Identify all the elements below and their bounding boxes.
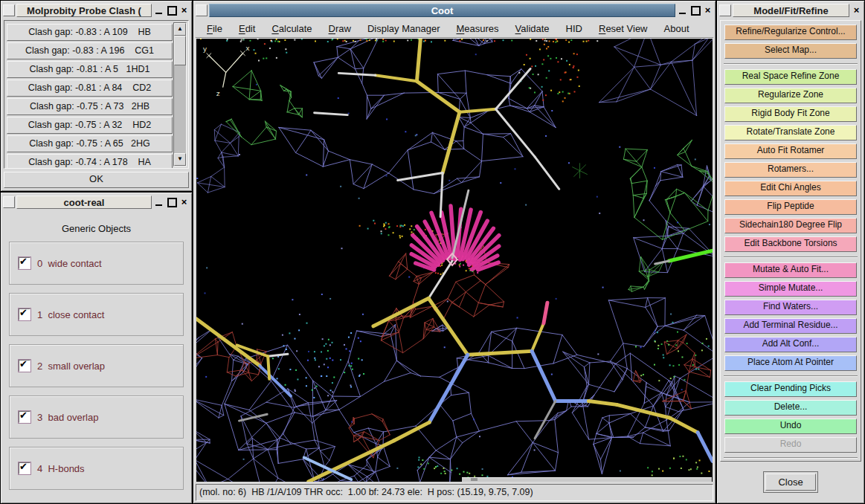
menu-edit[interactable]: Edit bbox=[231, 23, 263, 34]
check-icon: ✔ bbox=[19, 358, 28, 369]
undo-button[interactable]: Undo bbox=[724, 419, 857, 434]
close-button[interactable]: Close bbox=[765, 474, 815, 491]
real-space-refine-zone-button[interactable]: Real Space Refine Zone bbox=[724, 69, 857, 85]
check-icon: ✔ bbox=[19, 256, 28, 267]
close-contact-checkbox[interactable]: ✔ bbox=[19, 308, 30, 320]
maximize-icon[interactable] bbox=[166, 4, 177, 16]
rotate-translate-zone-button[interactable]: Rotate/Translate Zone bbox=[724, 125, 857, 140]
minimize-icon[interactable] bbox=[153, 4, 164, 16]
molecular-viewport-scene: yxz bbox=[196, 39, 713, 482]
bad-overlap-checkbox[interactable]: ✔ bbox=[19, 411, 30, 423]
h-bonds-checkbox[interactable]: ✔ bbox=[19, 462, 30, 474]
refine-regularize-control-button[interactable]: Refine/Regularize Control... bbox=[724, 25, 857, 40]
edit-backbone-torsions-button[interactable]: Edit Backbone Torsions bbox=[724, 236, 857, 252]
molecular-viewport[interactable]: yxz bbox=[196, 39, 713, 482]
menu-display-manager[interactable]: Display Manager bbox=[359, 23, 448, 34]
window-menu-icon[interactable] bbox=[3, 196, 15, 208]
molprobity-titlebar: Molprobity Probe Clash ( × bbox=[3, 3, 190, 18]
clash-list-item[interactable]: Clash gap: -0.81 : A 84 CD2 bbox=[7, 80, 173, 97]
maximize-icon[interactable] bbox=[166, 196, 177, 208]
add-terminal-residue-button[interactable]: Add Terminal Residue... bbox=[724, 318, 857, 334]
scroll-down-icon[interactable]: ▼ bbox=[174, 153, 186, 166]
generic-object-label: 2 small overlap bbox=[37, 361, 105, 372]
generic-object-label: 0 wide contact bbox=[37, 258, 102, 269]
window-menu-icon[interactable] bbox=[3, 4, 15, 16]
clash-list-item[interactable]: Clash gap: -0.75 : A 65 2HG bbox=[7, 135, 173, 152]
menu-measures[interactable]: Measures bbox=[448, 23, 507, 34]
sidechain-180-flip-button[interactable]: Sidechain180 Degree Flip bbox=[724, 218, 857, 233]
molprobity-window-title: Molprobity Probe Clash ( bbox=[16, 4, 152, 17]
generic-object-label: 1 close contact bbox=[37, 309, 104, 320]
scrollbar-thumb[interactable] bbox=[471, 478, 477, 481]
coot-main-window: Coot × File Edit Calculate Draw Display … bbox=[193, 0, 716, 504]
maximize-icon[interactable] bbox=[689, 4, 701, 16]
generic-objects-window: coot-real × Generic Objects ✔ 0 wide con… bbox=[0, 192, 193, 504]
generic-object-label: 3 bad overlap bbox=[37, 412, 98, 423]
clash-list-item[interactable]: Clash gap: -0.83 : A 196 CG1 bbox=[7, 42, 173, 59]
scroll-up-icon[interactable]: ▲ bbox=[174, 23, 186, 36]
clash-list-item[interactable]: Clash gap: -0.75 : A 32 HD2 bbox=[7, 117, 173, 134]
menu-calculate[interactable]: Calculate bbox=[263, 23, 320, 34]
menu-validate[interactable]: Validate bbox=[507, 23, 558, 34]
separator bbox=[724, 375, 858, 377]
svg-text:z: z bbox=[216, 89, 220, 97]
close-icon[interactable]: × bbox=[179, 4, 190, 16]
coot-real-window-title: coot-real bbox=[16, 196, 152, 209]
wide-contact-checkbox[interactable]: ✔ bbox=[19, 257, 30, 269]
clash-list-scrollbar[interactable]: ▲ ▼ bbox=[173, 22, 187, 167]
menu-reset-view[interactable]: Reset View bbox=[591, 23, 656, 34]
generic-object-row: ✔ 0 wide contact bbox=[9, 242, 184, 285]
window-menu-icon[interactable] bbox=[719, 4, 731, 16]
select-map-button[interactable]: Select Map... bbox=[724, 43, 857, 59]
place-atom-at-pointer-button[interactable]: Place Atom At Pointer bbox=[724, 355, 857, 371]
svg-text:y: y bbox=[203, 45, 207, 53]
menu-hid[interactable]: HID bbox=[558, 23, 591, 34]
add-alt-conf-button[interactable]: Add Alt Conf... bbox=[724, 337, 857, 352]
statusbar: (mol. no: 6) HB /1/A/109 THR occ: 1.00 b… bbox=[196, 484, 713, 501]
close-icon[interactable]: × bbox=[702, 4, 713, 16]
window-menu-icon[interactable] bbox=[196, 4, 208, 16]
menu-file[interactable]: File bbox=[199, 23, 231, 34]
model-fit-refine-window: Model/Fit/Refine × Refine/Regularize Con… bbox=[716, 0, 865, 504]
delete-button[interactable]: Delete... bbox=[724, 400, 857, 416]
generic-objects-heading: Generic Objects bbox=[3, 223, 190, 234]
edit-chi-angles-button[interactable]: Edit Chi Angles bbox=[724, 181, 857, 196]
clash-list-item[interactable]: Clash gap: -0.83 : A 109 HB bbox=[7, 24, 173, 41]
close-icon[interactable]: × bbox=[851, 4, 862, 16]
redo-button[interactable]: Redo bbox=[724, 437, 857, 453]
find-waters-button[interactable]: Find Waters... bbox=[724, 300, 857, 315]
minimize-icon[interactable] bbox=[677, 4, 688, 16]
auto-fit-rotamer-button[interactable]: Auto Fit Rotamer bbox=[724, 143, 857, 159]
generic-object-row: ✔ 3 bad overlap bbox=[9, 395, 184, 439]
generic-object-row: ✔ 2 small overlap bbox=[9, 344, 184, 387]
minimize-icon[interactable] bbox=[153, 196, 164, 208]
clash-list-item[interactable]: Clash gap: -0.75 : A 73 2HB bbox=[7, 98, 173, 115]
separator bbox=[724, 63, 858, 65]
menu-draw[interactable]: Draw bbox=[321, 23, 359, 34]
menubar: File Edit Calculate Draw Display Manager… bbox=[196, 19, 713, 38]
close-icon[interactable]: × bbox=[179, 196, 190, 208]
rotamers-button[interactable]: Rotamers... bbox=[724, 162, 857, 178]
scrollbar-thumb[interactable] bbox=[174, 36, 186, 65]
coot-titlebar: Coot × bbox=[196, 3, 713, 18]
rigid-body-fit-zone-button[interactable]: Rigid Body Fit Zone bbox=[724, 106, 857, 122]
clear-pending-picks-button[interactable]: Clear Pending Picks bbox=[724, 381, 857, 397]
flip-peptide-button[interactable]: Flip Peptide bbox=[724, 199, 857, 215]
menu-about[interactable]: About bbox=[656, 23, 698, 34]
mfr-button-panel: Refine/Regularize Control... Select Map.… bbox=[720, 20, 861, 462]
small-overlap-checkbox[interactable]: ✔ bbox=[19, 360, 30, 372]
mfr-window-title: Model/Fit/Refine bbox=[733, 4, 849, 17]
close-area: Close bbox=[719, 462, 862, 501]
molprobity-clash-window: Molprobity Probe Clash ( × Clash gap: -0… bbox=[0, 0, 193, 192]
mutate-auto-fit-button[interactable]: Mutate & Auto Fit... bbox=[724, 262, 857, 278]
simple-mutate-button[interactable]: Simple Mutate... bbox=[724, 281, 857, 297]
separator bbox=[724, 256, 858, 258]
canvas-horizontal-scrollbar[interactable] bbox=[462, 477, 712, 482]
coot-real-titlebar: coot-real × bbox=[3, 195, 190, 210]
clash-list-item[interactable]: Clash gap: -0.81 : A 5 1HD1 bbox=[7, 61, 173, 78]
ok-button[interactable]: OK bbox=[4, 172, 189, 188]
svg-text:x: x bbox=[245, 44, 249, 52]
generic-object-label: 4 H-bonds bbox=[37, 463, 85, 474]
regularize-zone-button[interactable]: Regularize Zone bbox=[724, 88, 857, 103]
clash-list-item[interactable]: Clash gap: -0.74 : A 178 HA bbox=[7, 154, 173, 169]
